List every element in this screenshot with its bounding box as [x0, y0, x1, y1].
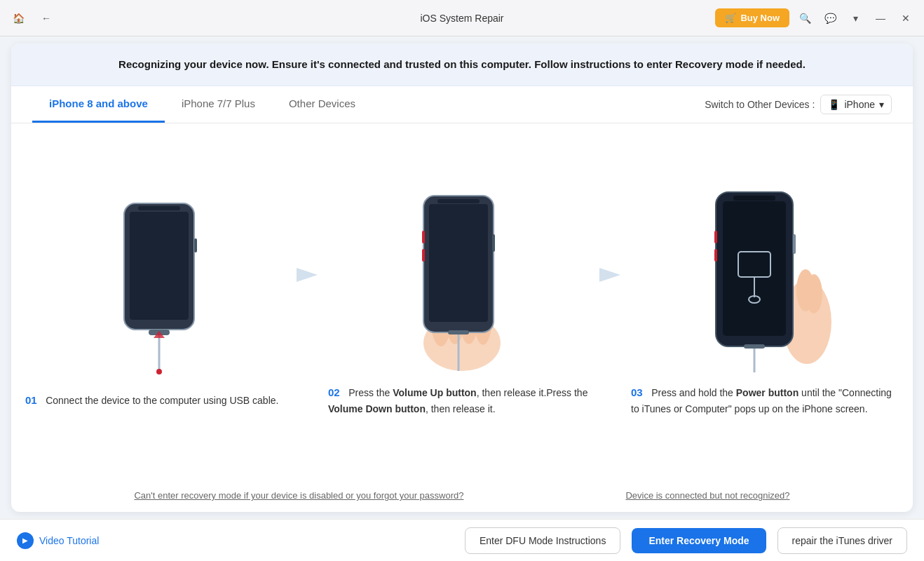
step-3: 03 Press and hold the Power button until… [631, 182, 899, 424]
svg-point-6 [156, 369, 162, 374]
step-1-text: Connect the device to the computer using… [46, 395, 278, 406]
video-tutorial-label: Video Tutorial [39, 535, 99, 546]
repair-itunes-button[interactable]: repair the iTunes driver [777, 527, 907, 554]
buy-now-button[interactable]: 🛒 Buy Now [715, 8, 789, 27]
back-button[interactable]: ← [36, 8, 56, 28]
step-3-desc: 03 Press and hold the Power button until… [631, 378, 899, 424]
step-1-desc: 01 Connect the device to the computer us… [25, 386, 293, 415]
svg-rect-18 [422, 249, 425, 262]
tabs-left: iPhone 8 and above iPhone 7/7 Plus Other… [32, 86, 705, 123]
svg-rect-20 [448, 330, 469, 334]
header-banner: Recognizing your device now. Ensure it's… [11, 43, 913, 86]
main-content: Recognizing your device now. Ensure it's… [11, 43, 913, 512]
chevron-down-icon: ▾ [879, 99, 884, 110]
link-recovery-mode[interactable]: Can't enter recovery mode if your device… [134, 490, 463, 501]
header-text: Recognizing your device now. Ensure it's… [118, 58, 806, 70]
links-area: Can't enter recovery mode if your device… [11, 482, 913, 512]
search-button[interactable]: 🔍 [795, 8, 815, 28]
svg-marker-8 [297, 268, 318, 282]
enter-recovery-button[interactable]: Enter Recovery Mode [632, 528, 766, 553]
svg-rect-3 [194, 238, 197, 252]
home-button[interactable]: 🏠 [8, 8, 28, 28]
step-1-image [82, 189, 236, 386]
footer: ▶ Video Tutorial Enter DFU Mode Instruct… [0, 519, 924, 561]
title-bar-right: 🛒 Buy Now 🔍 💬 ▾ — ✕ [715, 8, 916, 28]
step-2-text: Press the Volume Up button, then release… [328, 387, 587, 414]
cart-icon: 🛒 [725, 13, 736, 23]
svg-rect-33 [714, 249, 717, 262]
svg-rect-32 [714, 231, 717, 243]
svg-rect-27 [723, 201, 786, 336]
step-1: 01 Connect the device to the computer us… [25, 189, 293, 415]
step-1-illustration [96, 196, 222, 379]
step-2-image [385, 182, 539, 378]
title-bar: 🏠 ← iOS System Repair 🛒 Buy Now 🔍 💬 ▾ — … [0, 0, 924, 36]
app-title: iOS System Repair [420, 13, 503, 24]
minimize-button[interactable]: — [871, 8, 890, 28]
tabs-area: iPhone 8 and above iPhone 7/7 Plus Other… [11, 86, 913, 123]
arrow-1 [293, 261, 328, 345]
svg-marker-22 [599, 268, 620, 282]
svg-rect-1 [130, 212, 189, 320]
svg-rect-15 [429, 204, 488, 322]
dropdown-button[interactable]: ▾ [845, 8, 865, 28]
tab-iphone8[interactable]: iPhone 8 and above [32, 86, 165, 123]
step-3-num: 03 [631, 386, 643, 398]
svg-point-25 [806, 274, 822, 313]
device-selector[interactable]: 📱 iPhone ▾ [820, 95, 892, 114]
dfu-mode-button[interactable]: Enter DFU Mode Instructions [465, 527, 621, 554]
video-tutorial[interactable]: ▶ Video Tutorial [17, 532, 99, 549]
svg-rect-17 [422, 231, 425, 243]
device-icon: 📱 [828, 99, 840, 110]
tab-other[interactable]: Other Devices [272, 86, 372, 123]
step-3-illustration [688, 182, 842, 378]
step-2-num: 02 [328, 386, 340, 398]
svg-rect-35 [744, 344, 765, 349]
tabs-right: Switch to Other Devices : 📱 iPhone ▾ [705, 95, 892, 114]
title-bar-left: 🏠 ← [8, 8, 56, 28]
step-2: 02 Press the Volume Up button, then rele… [328, 182, 596, 424]
svg-rect-19 [492, 234, 495, 252]
step-2-desc: 02 Press the Volume Up button, then rele… [328, 378, 596, 424]
step-3-text: Press and hold the Power button until th… [631, 387, 892, 414]
step-2-illustration [385, 182, 539, 378]
steps-row: 01 Connect the device to the computer us… [11, 123, 913, 482]
switch-label: Switch to Other Devices : [705, 99, 815, 110]
close-button[interactable]: ✕ [896, 8, 916, 28]
svg-rect-2 [138, 206, 180, 210]
svg-rect-16 [437, 199, 480, 203]
step-1-num: 01 [25, 394, 37, 406]
play-icon: ▶ [17, 532, 34, 549]
svg-rect-34 [793, 234, 796, 254]
link-not-recognized[interactable]: Device is connected but not recognized? [625, 490, 789, 501]
chat-button[interactable]: 💬 [820, 8, 840, 28]
step-3-image [688, 182, 842, 378]
app-window: 🏠 ← iOS System Repair 🛒 Buy Now 🔍 💬 ▾ — … [0, 0, 924, 561]
arrow-2 [596, 261, 631, 345]
svg-rect-28 [733, 196, 775, 201]
device-type: iPhone [844, 99, 875, 110]
tab-iphone7[interactable]: iPhone 7/7 Plus [165, 86, 272, 123]
